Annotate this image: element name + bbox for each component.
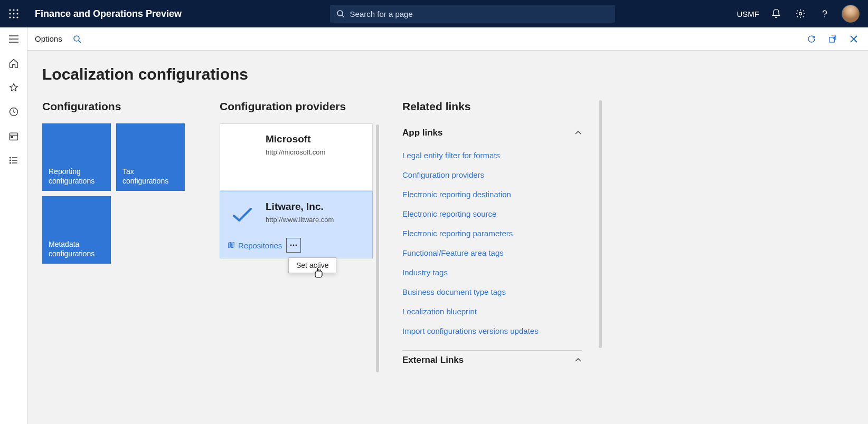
top-nav: Finance and Operations Preview Search fo… <box>0 0 868 27</box>
svg-line-27 <box>79 41 81 43</box>
recent-button[interactable] <box>7 105 20 118</box>
provider-card-litware[interactable]: Litware, Inc. http://www.litware.com Rep… <box>220 191 373 258</box>
check-icon <box>232 206 253 223</box>
link-er-parameters[interactable]: Electronic reporting parameters <box>402 224 582 243</box>
options-menu[interactable]: Options <box>31 34 67 43</box>
svg-point-26 <box>74 36 79 41</box>
gear-icon <box>795 8 806 19</box>
link-er-destination[interactable]: Electronic reporting destination <box>402 185 582 204</box>
svg-point-5 <box>16 13 18 14</box>
grid-calendar-icon <box>8 131 19 141</box>
repositories-link[interactable]: Repositories <box>228 241 282 250</box>
link-er-source[interactable]: Electronic reporting source <box>402 204 582 224</box>
link-localization-blueprint[interactable]: Localization blueprint <box>402 302 582 321</box>
app-title: Finance and Operations Preview <box>27 8 182 20</box>
legal-entity-selector[interactable]: USMF <box>737 9 760 18</box>
svg-point-8 <box>16 16 18 18</box>
svg-point-32 <box>293 245 295 246</box>
help-button[interactable] <box>817 6 832 21</box>
left-nav-rail <box>0 27 27 424</box>
more-icon <box>290 244 297 246</box>
chevron-up-icon <box>574 130 582 136</box>
svg-point-12 <box>824 16 825 17</box>
hamburger-icon <box>9 35 18 43</box>
related-links-section: Related links App links Legal entity fil… <box>402 100 582 370</box>
app-links-label: App links <box>402 128 443 138</box>
close-button[interactable] <box>847 32 861 46</box>
user-avatar[interactable] <box>842 5 860 23</box>
star-icon <box>8 82 19 93</box>
svg-point-6 <box>9 16 11 18</box>
provider-name: Litware, Inc. <box>266 201 364 213</box>
provider-more-button[interactable] <box>286 238 301 253</box>
settings-button[interactable] <box>793 6 808 21</box>
link-configuration-providers[interactable]: Configuration providers <box>402 165 582 185</box>
main-content: Localization configurations Configuratio… <box>27 51 868 424</box>
search-icon <box>336 9 345 18</box>
bell-icon <box>771 8 781 19</box>
link-legal-entity-filter[interactable]: Legal entity filter for formats <box>402 146 582 165</box>
svg-point-11 <box>799 13 802 15</box>
svg-point-17 <box>10 157 11 158</box>
notifications-button[interactable] <box>769 6 784 21</box>
tile-label: Metadata configurations <box>49 240 105 258</box>
chevron-up-icon <box>574 358 582 363</box>
provider-url: http://www.litware.com <box>266 216 364 224</box>
home-icon <box>8 58 19 69</box>
external-links-group-toggle[interactable]: External Links <box>402 351 582 370</box>
svg-rect-16 <box>11 137 13 138</box>
svg-point-7 <box>13 16 14 18</box>
svg-point-3 <box>9 13 11 14</box>
provider-card-microsoft[interactable]: Microsoft http://microsoft.com <box>220 123 373 191</box>
refresh-icon <box>807 34 816 44</box>
modules-button[interactable] <box>7 154 20 167</box>
action-bar: Options <box>27 27 868 51</box>
app-links-group-toggle[interactable]: App links <box>402 123 582 142</box>
close-icon <box>850 35 858 43</box>
app-launcher-button[interactable] <box>0 9 27 18</box>
providers-section: Configuration providers Microsoft http:/… <box>220 100 373 370</box>
svg-point-33 <box>296 245 297 246</box>
clock-icon <box>8 107 19 117</box>
link-industry-tags[interactable]: Industry tags <box>402 263 582 282</box>
svg-point-0 <box>9 9 11 11</box>
link-import-config-updates[interactable]: Import configurations versions updates <box>402 321 582 341</box>
scrollbar[interactable] <box>599 100 602 348</box>
configurations-heading: Configurations <box>42 100 190 113</box>
svg-line-10 <box>342 15 344 17</box>
svg-point-2 <box>16 9 18 11</box>
page-search-button[interactable] <box>69 35 86 43</box>
list-icon <box>8 155 19 166</box>
search-input[interactable]: Search for a page <box>330 5 615 23</box>
expand-nav-button[interactable] <box>0 27 27 51</box>
link-feature-tags[interactable]: Functional/Feature area tags <box>402 243 582 263</box>
search-placeholder: Search for a page <box>350 9 413 18</box>
tile-tax-configurations[interactable]: Tax configurations <box>116 123 185 191</box>
link-business-doc-tags[interactable]: Business document type tags <box>402 282 582 302</box>
favorites-button[interactable] <box>7 81 20 94</box>
tile-metadata-configurations[interactable]: Metadata configurations <box>42 196 111 264</box>
repository-icon <box>228 242 235 249</box>
providers-heading: Configuration providers <box>220 100 373 113</box>
svg-point-21 <box>10 162 11 163</box>
page-title: Localization configurations <box>42 65 868 83</box>
search-icon <box>73 35 81 43</box>
popout-icon <box>828 35 837 43</box>
svg-point-9 <box>337 11 343 16</box>
scrollbar[interactable] <box>376 124 379 372</box>
set-active-menu-item[interactable]: Set active <box>288 257 336 273</box>
home-button[interactable] <box>7 57 20 70</box>
configurations-section: Configurations Reporting configurations … <box>42 100 190 370</box>
provider-name: Microsoft <box>266 133 364 145</box>
popout-button[interactable] <box>826 32 839 46</box>
svg-point-1 <box>13 9 14 11</box>
svg-point-4 <box>13 13 14 14</box>
tile-label: Tax configurations <box>122 167 178 186</box>
tile-reporting-configurations[interactable]: Reporting configurations <box>42 123 111 191</box>
provider-url: http://microsoft.com <box>266 148 364 156</box>
repositories-label: Repositories <box>238 241 282 250</box>
refresh-button[interactable] <box>805 32 818 46</box>
related-links-heading: Related links <box>402 100 582 113</box>
workspaces-button[interactable] <box>7 130 20 142</box>
svg-point-31 <box>290 245 292 246</box>
